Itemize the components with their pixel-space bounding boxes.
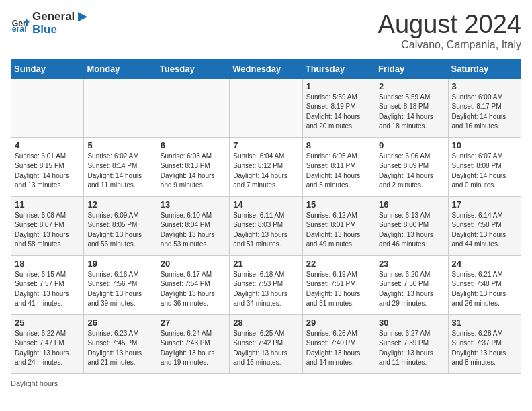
calendar-cell [230, 78, 302, 137]
day-number: 6 [161, 140, 226, 150]
day-info: Sunrise: 6:23 AM Sunset: 7:45 PM Dayligh… [87, 329, 152, 368]
calendar-cell: 23Sunrise: 6:20 AM Sunset: 7:50 PM Dayli… [375, 255, 448, 314]
day-info: Sunrise: 6:27 AM Sunset: 7:39 PM Dayligh… [379, 329, 444, 368]
day-number: 8 [306, 140, 371, 150]
day-number: 9 [379, 140, 444, 150]
calendar-cell: 5Sunrise: 6:02 AM Sunset: 8:14 PM Daylig… [84, 137, 157, 196]
column-header-sunday: Sunday [11, 59, 84, 78]
calendar-week-1: 1Sunrise: 5:59 AM Sunset: 8:19 PM Daylig… [11, 78, 521, 137]
logo: Gen eral General ▶ Blue [11, 11, 87, 36]
calendar-cell: 20Sunrise: 6:17 AM Sunset: 7:54 PM Dayli… [157, 255, 229, 314]
calendar-cell: 22Sunrise: 6:19 AM Sunset: 7:51 PM Dayli… [302, 255, 375, 314]
calendar-week-3: 11Sunrise: 6:08 AM Sunset: 8:07 PM Dayli… [11, 196, 521, 255]
day-number: 14 [233, 199, 298, 210]
day-number: 29 [306, 318, 371, 328]
day-info: Sunrise: 6:05 AM Sunset: 8:11 PM Dayligh… [306, 152, 371, 191]
day-info: Sunrise: 6:15 AM Sunset: 7:57 PM Dayligh… [15, 270, 80, 309]
day-number: 7 [233, 140, 298, 150]
day-info: Sunrise: 6:24 AM Sunset: 7:43 PM Dayligh… [161, 329, 226, 368]
day-info: Sunrise: 6:26 AM Sunset: 7:40 PM Dayligh… [306, 329, 371, 368]
day-number: 26 [87, 318, 152, 328]
day-number: 11 [15, 199, 80, 210]
calendar-cell: 6Sunrise: 6:03 AM Sunset: 8:13 PM Daylig… [157, 137, 229, 196]
day-info: Sunrise: 6:13 AM Sunset: 8:00 PM Dayligh… [379, 211, 444, 250]
calendar-cell: 4Sunrise: 6:01 AM Sunset: 8:15 PM Daylig… [11, 137, 84, 196]
day-number: 23 [379, 259, 444, 269]
calendar-table: SundayMondayTuesdayWednesdayThursdayFrid… [11, 59, 521, 374]
day-number: 4 [15, 140, 80, 150]
day-info: Sunrise: 6:17 AM Sunset: 7:54 PM Dayligh… [161, 270, 226, 309]
day-number: 19 [87, 259, 152, 269]
column-header-wednesday: Wednesday [230, 59, 302, 78]
day-number: 10 [452, 140, 517, 150]
day-number: 2 [379, 81, 444, 91]
day-number: 30 [379, 318, 444, 328]
day-number: 20 [161, 259, 226, 269]
day-number: 13 [161, 199, 226, 210]
column-header-tuesday: Tuesday [157, 59, 229, 78]
day-number: 18 [15, 259, 80, 269]
calendar-cell: 27Sunrise: 6:24 AM Sunset: 7:43 PM Dayli… [157, 314, 229, 373]
day-info: Sunrise: 6:12 AM Sunset: 8:01 PM Dayligh… [306, 211, 371, 250]
column-header-thursday: Thursday [302, 59, 375, 78]
day-number: 31 [452, 318, 517, 328]
title-block: August 2024 Caivano, Campania, Italy [378, 11, 521, 51]
calendar-cell: 28Sunrise: 6:25 AM Sunset: 7:42 PM Dayli… [230, 314, 302, 373]
calendar-cell: 12Sunrise: 6:09 AM Sunset: 8:05 PM Dayli… [84, 196, 157, 255]
day-number: 3 [452, 81, 517, 91]
day-info: Sunrise: 5:59 AM Sunset: 8:18 PM Dayligh… [379, 93, 444, 132]
day-info: Sunrise: 6:07 AM Sunset: 8:08 PM Dayligh… [452, 152, 517, 191]
calendar-cell: 11Sunrise: 6:08 AM Sunset: 8:07 PM Dayli… [11, 196, 84, 255]
day-info: Sunrise: 6:14 AM Sunset: 7:58 PM Dayligh… [452, 211, 517, 250]
page-header: Gen eral General ▶ Blue August 2024 Caiv… [11, 11, 521, 51]
calendar-cell: 2Sunrise: 5:59 AM Sunset: 8:18 PM Daylig… [375, 78, 448, 137]
calendar-cell: 13Sunrise: 6:10 AM Sunset: 8:04 PM Dayli… [157, 196, 229, 255]
day-number: 22 [306, 259, 371, 269]
calendar-cell: 19Sunrise: 6:16 AM Sunset: 7:56 PM Dayli… [84, 255, 157, 314]
calendar-cell: 24Sunrise: 6:21 AM Sunset: 7:48 PM Dayli… [448, 255, 521, 314]
calendar-cell: 16Sunrise: 6:13 AM Sunset: 8:00 PM Dayli… [375, 196, 448, 255]
calendar-week-2: 4Sunrise: 6:01 AM Sunset: 8:15 PM Daylig… [11, 137, 521, 196]
logo-icon: Gen eral [11, 14, 30, 33]
calendar-cell: 15Sunrise: 6:12 AM Sunset: 8:01 PM Dayli… [302, 196, 375, 255]
calendar-cell: 7Sunrise: 6:04 AM Sunset: 8:12 PM Daylig… [230, 137, 302, 196]
day-info: Sunrise: 6:20 AM Sunset: 7:50 PM Dayligh… [379, 270, 444, 309]
column-header-saturday: Saturday [448, 59, 521, 78]
calendar-cell: 8Sunrise: 6:05 AM Sunset: 8:11 PM Daylig… [302, 137, 375, 196]
day-info: Sunrise: 6:22 AM Sunset: 7:47 PM Dayligh… [15, 329, 80, 368]
calendar-title: August 2024 [378, 11, 521, 39]
day-number: 21 [233, 259, 298, 269]
calendar-cell: 14Sunrise: 6:11 AM Sunset: 8:03 PM Dayli… [230, 196, 302, 255]
calendar-week-5: 25Sunrise: 6:22 AM Sunset: 7:47 PM Dayli… [11, 314, 521, 373]
day-number: 16 [379, 199, 444, 210]
day-info: Sunrise: 6:08 AM Sunset: 8:07 PM Dayligh… [15, 211, 80, 250]
calendar-cell: 1Sunrise: 5:59 AM Sunset: 8:19 PM Daylig… [302, 78, 375, 137]
calendar-cell: 18Sunrise: 6:15 AM Sunset: 7:57 PM Dayli… [11, 255, 84, 314]
calendar-cell [84, 78, 157, 137]
day-number: 27 [161, 318, 226, 328]
calendar-cell: 10Sunrise: 6:07 AM Sunset: 8:08 PM Dayli… [448, 137, 521, 196]
day-info: Sunrise: 6:03 AM Sunset: 8:13 PM Dayligh… [161, 152, 226, 191]
footer-label: Daylight hours [11, 379, 58, 387]
day-info: Sunrise: 6:21 AM Sunset: 7:48 PM Dayligh… [452, 270, 517, 309]
day-number: 25 [15, 318, 80, 328]
day-info: Sunrise: 6:04 AM Sunset: 8:12 PM Dayligh… [233, 152, 298, 191]
day-info: Sunrise: 6:19 AM Sunset: 7:51 PM Dayligh… [306, 270, 371, 309]
day-info: Sunrise: 6:28 AM Sunset: 7:37 PM Dayligh… [452, 329, 517, 368]
day-info: Sunrise: 6:16 AM Sunset: 7:56 PM Dayligh… [87, 270, 152, 309]
calendar-cell [157, 78, 229, 137]
day-info: Sunrise: 6:00 AM Sunset: 8:17 PM Dayligh… [452, 93, 517, 132]
day-info: Sunrise: 6:10 AM Sunset: 8:04 PM Dayligh… [161, 211, 226, 250]
day-info: Sunrise: 6:11 AM Sunset: 8:03 PM Dayligh… [233, 211, 298, 250]
day-number: 1 [306, 81, 371, 91]
day-number: 17 [452, 199, 517, 210]
day-info: Sunrise: 5:59 AM Sunset: 8:19 PM Dayligh… [306, 93, 371, 132]
day-number: 15 [306, 199, 371, 210]
calendar-cell: 26Sunrise: 6:23 AM Sunset: 7:45 PM Dayli… [84, 314, 157, 373]
svg-text:eral: eral [12, 24, 27, 33]
day-number: 24 [452, 259, 517, 269]
day-info: Sunrise: 6:18 AM Sunset: 7:53 PM Dayligh… [233, 270, 298, 309]
column-header-friday: Friday [375, 59, 448, 78]
day-info: Sunrise: 6:02 AM Sunset: 8:14 PM Dayligh… [87, 152, 152, 191]
logo-text: General ▶ Blue [32, 11, 87, 36]
